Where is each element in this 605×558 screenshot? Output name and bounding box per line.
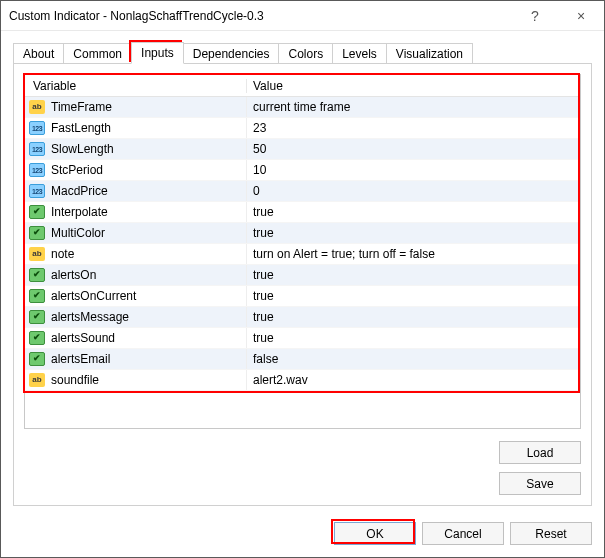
cancel-button[interactable]: Cancel (422, 522, 504, 545)
cell-variable[interactable]: note (25, 244, 247, 264)
reset-button[interactable]: Reset (510, 522, 592, 545)
grid-row[interactable]: alertsEmailfalse (25, 349, 580, 370)
cell-value[interactable]: false (247, 349, 580, 369)
col-header-value[interactable]: Value (247, 79, 580, 93)
grid-row[interactable]: alertsOntrue (25, 265, 580, 286)
variable-name: StcPeriod (51, 163, 103, 177)
variable-name: FastLength (51, 121, 111, 135)
cell-value[interactable]: true (247, 286, 580, 306)
cell-value[interactable]: 23 (247, 118, 580, 138)
cell-variable[interactable]: MultiColor (25, 223, 247, 243)
variable-name: alertsMessage (51, 310, 129, 324)
ok-button[interactable]: OK (334, 522, 416, 545)
cell-variable[interactable]: alertsOnCurrent (25, 286, 247, 306)
cell-variable[interactable]: FastLength (25, 118, 247, 138)
tab-levels[interactable]: Levels (332, 43, 387, 64)
inputs-grid[interactable]: Variable Value TimeFramecurrent time fra… (24, 74, 581, 429)
bool-type-icon (29, 331, 45, 345)
cell-variable[interactable]: soundfile (25, 370, 247, 390)
string-type-icon (29, 100, 45, 114)
bool-type-icon (29, 226, 45, 240)
grid-header: Variable Value (25, 75, 580, 97)
grid-row[interactable]: Interpolatetrue (25, 202, 580, 223)
close-button[interactable]: × (558, 1, 604, 31)
string-type-icon (29, 247, 45, 261)
dialog-button-row: OK Cancel Reset (13, 522, 592, 545)
grid-row[interactable]: MultiColortrue (25, 223, 580, 244)
variable-name: TimeFrame (51, 100, 112, 114)
grid-row[interactable]: FastLength23 (25, 118, 580, 139)
col-header-variable[interactable]: Variable (25, 79, 247, 93)
save-button[interactable]: Save (499, 472, 581, 495)
bool-type-icon (29, 205, 45, 219)
variable-name: MultiColor (51, 226, 105, 240)
grid-row[interactable]: noteturn on Alert = true; turn off = fal… (25, 244, 580, 265)
variable-name: alertsOnCurrent (51, 289, 136, 303)
variable-name: alertsOn (51, 268, 96, 282)
cell-value[interactable]: alert2.wav (247, 370, 580, 390)
grid-row[interactable]: StcPeriod10 (25, 160, 580, 181)
bool-type-icon (29, 268, 45, 282)
cell-variable[interactable]: TimeFrame (25, 97, 247, 117)
grid-row[interactable]: TimeFramecurrent time frame (25, 97, 580, 118)
cell-value[interactable]: true (247, 223, 580, 243)
content-area: AboutCommonInputsDependenciesColorsLevel… (1, 31, 604, 557)
string-type-icon (29, 373, 45, 387)
variable-name: Interpolate (51, 205, 108, 219)
cell-variable[interactable]: Interpolate (25, 202, 247, 222)
variable-name: soundfile (51, 373, 99, 387)
dialog-window: Custom Indicator - NonlagSchaffTrendCycl… (0, 0, 605, 558)
tab-colors[interactable]: Colors (278, 43, 333, 64)
tab-dependencies[interactable]: Dependencies (183, 43, 280, 64)
number-type-icon (29, 121, 45, 135)
variable-name: MacdPrice (51, 184, 108, 198)
cell-value[interactable]: current time frame (247, 97, 580, 117)
grid-row[interactable]: alertsOnCurrenttrue (25, 286, 580, 307)
tab-panel: Variable Value TimeFramecurrent time fra… (13, 63, 592, 506)
cell-value[interactable]: true (247, 202, 580, 222)
cell-value[interactable]: 50 (247, 139, 580, 159)
cell-variable[interactable]: alertsOn (25, 265, 247, 285)
cell-variable[interactable]: MacdPrice (25, 181, 247, 201)
number-type-icon (29, 163, 45, 177)
tab-about[interactable]: About (13, 43, 64, 64)
cell-value[interactable]: 10 (247, 160, 580, 180)
grid-row[interactable]: SlowLength50 (25, 139, 580, 160)
cell-value[interactable]: true (247, 307, 580, 327)
load-button[interactable]: Load (499, 441, 581, 464)
cell-variable[interactable]: alertsEmail (25, 349, 247, 369)
grid-row[interactable]: alertsSoundtrue (25, 328, 580, 349)
grid-row[interactable]: alertsMessagetrue (25, 307, 580, 328)
variable-name: SlowLength (51, 142, 114, 156)
grid-row[interactable]: soundfilealert2.wav (25, 370, 580, 391)
tab-strip: AboutCommonInputsDependenciesColorsLevel… (13, 41, 592, 63)
variable-name: note (51, 247, 74, 261)
cell-variable[interactable]: StcPeriod (25, 160, 247, 180)
grid-row[interactable]: MacdPrice0 (25, 181, 580, 202)
cell-value[interactable]: true (247, 265, 580, 285)
number-type-icon (29, 142, 45, 156)
window-title: Custom Indicator - NonlagSchaffTrendCycl… (9, 9, 512, 23)
cell-variable[interactable]: alertsMessage (25, 307, 247, 327)
number-type-icon (29, 184, 45, 198)
cell-value[interactable]: true (247, 328, 580, 348)
variable-name: alertsSound (51, 331, 115, 345)
bool-type-icon (29, 352, 45, 366)
help-button[interactable]: ? (512, 1, 558, 31)
cell-variable[interactable]: alertsSound (25, 328, 247, 348)
bool-type-icon (29, 310, 45, 324)
bool-type-icon (29, 289, 45, 303)
panel-button-col: Load Save (24, 441, 581, 495)
variable-name: alertsEmail (51, 352, 110, 366)
cell-value[interactable]: turn on Alert = true; turn off = false (247, 244, 580, 264)
titlebar: Custom Indicator - NonlagSchaffTrendCycl… (1, 1, 604, 31)
tab-common[interactable]: Common (63, 43, 132, 64)
tab-visualization[interactable]: Visualization (386, 43, 473, 64)
grid-body: TimeFramecurrent time frameFastLength23S… (25, 97, 580, 391)
cell-value[interactable]: 0 (247, 181, 580, 201)
tab-inputs[interactable]: Inputs (131, 42, 184, 64)
cell-variable[interactable]: SlowLength (25, 139, 247, 159)
